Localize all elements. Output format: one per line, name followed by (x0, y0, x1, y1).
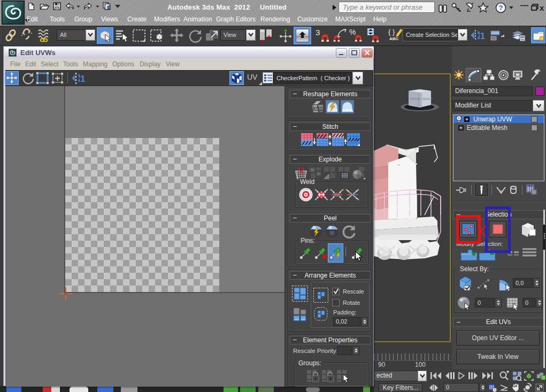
svg-text:1: 1 (80, 74, 85, 84)
svg-text:RIGHT: RIGHT (422, 97, 433, 101)
svg-text:FRONT: FRONT (410, 97, 421, 101)
svg-text:?: ? (499, 4, 503, 12)
svg-text:1: 1 (480, 32, 485, 41)
